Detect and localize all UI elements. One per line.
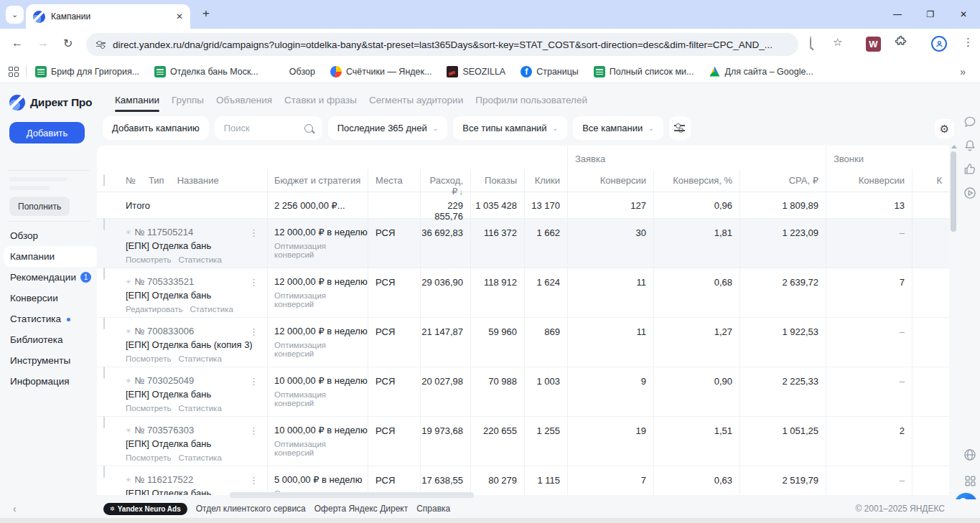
browser-tab[interactable]: Кампании ✕ xyxy=(26,4,190,29)
topup-button[interactable]: Пополнить xyxy=(9,197,70,216)
profile-avatar[interactable] xyxy=(931,36,947,52)
add-button[interactable]: Добавить xyxy=(9,122,85,143)
site-settings-icon[interactable] xyxy=(96,42,106,47)
browser-menu-icon[interactable]: ⋮ xyxy=(963,36,974,49)
row-menu-icon[interactable]: ⋮ xyxy=(249,376,258,387)
table-row[interactable]: ✳№ 703576303⋮[ЕПК] Отделка баньПосмотрет… xyxy=(97,417,949,466)
back-button[interactable]: ← xyxy=(11,37,23,50)
tab-группы[interactable]: Группы xyxy=(172,95,204,105)
restore-button[interactable]: ❐ xyxy=(914,0,947,29)
url-bar[interactable]: direct.yandex.ru/dna/grid/campaigns?ulog… xyxy=(86,33,798,56)
footer-link-client-service[interactable]: Отдел клиентского сервиса xyxy=(196,504,306,514)
filter-settings-button[interactable] xyxy=(669,116,691,140)
add-campaign-button[interactable]: Добавить кампанию xyxy=(103,116,209,140)
sidebar-item-библиотека[interactable]: Библиотека xyxy=(0,329,97,350)
close-button[interactable]: ✕ xyxy=(947,0,980,29)
bookmarks-overflow-chevron[interactable]: » xyxy=(960,66,966,77)
date-range-dropdown[interactable]: Последние 365 дней ⌄ xyxy=(328,116,448,140)
apps-grid-icon[interactable] xyxy=(9,67,19,77)
vertical-scrollbar[interactable] xyxy=(951,151,956,232)
campaign-name[interactable]: [ЕПК] Отделка бань (копия 3) xyxy=(126,339,267,350)
tab-search-button[interactable]: ⌄ xyxy=(6,6,24,24)
sidebar-item-рекомендации[interactable]: Рекомендации1 xyxy=(0,267,97,288)
row-menu-icon[interactable]: ⋮ xyxy=(249,277,258,288)
sidebar-item-кампании[interactable]: Кампании xyxy=(4,246,99,267)
row-menu-icon[interactable]: ⋮ xyxy=(249,475,258,486)
bookmark-item[interactable]: Обзор xyxy=(274,66,315,77)
new-tab-button[interactable]: + xyxy=(202,6,210,21)
bookmark-item[interactable]: SEOZILLA xyxy=(447,66,505,77)
campaign-name[interactable]: [ЕПК] Отделка бань xyxy=(126,389,267,400)
bookmark-item[interactable]: Отделка бань Моск... xyxy=(154,66,258,77)
bookmark-item[interactable]: fСтраницы xyxy=(521,66,579,77)
row-menu-icon[interactable]: ⋮ xyxy=(249,425,258,436)
row-checkbox[interactable] xyxy=(103,268,105,280)
row-action-link[interactable]: Статистика xyxy=(190,305,233,314)
row-action-link[interactable]: Посмотреть xyxy=(126,354,171,363)
row-checkbox[interactable] xyxy=(103,317,105,329)
table-row[interactable]: ✳№ 116217522⋮[ЕПК] Отделка бань5 000,00 … xyxy=(97,466,949,495)
yandex-neuro-ads-badge[interactable]: ✲ Yandex Neuro Ads xyxy=(103,503,187,515)
table-row[interactable]: ✳№ 117505214⋮[ЕПК] Отделка баньПосмотрет… xyxy=(97,219,949,268)
bookmark-item[interactable]: Счётчики — Яндек... xyxy=(330,66,432,77)
sidebar-collapse-chevron[interactable]: ‹ xyxy=(13,503,17,514)
sidebar-item-инструменты[interactable]: Инструменты xyxy=(0,350,97,371)
play-tutorial-icon[interactable] xyxy=(963,186,977,200)
row-checkbox[interactable] xyxy=(103,218,105,230)
sidebar-item-информация[interactable]: Информация xyxy=(0,371,97,392)
campaign-name[interactable]: [ЕПК] Отделка бань xyxy=(126,240,267,251)
sidebar-item-статистика[interactable]: Статистика xyxy=(0,308,97,329)
table-row[interactable]: ✳№ 705333521⋮[ЕПК] Отделка баньРедактиро… xyxy=(97,268,949,318)
bookmark-item[interactable]: Бриф для Григория... xyxy=(35,66,139,77)
extensions-puzzle-icon[interactable] xyxy=(895,35,907,50)
reload-button[interactable]: ↻ xyxy=(63,37,73,50)
tab-close-icon[interactable]: ✕ xyxy=(176,11,183,22)
row-menu-icon[interactable]: ⋮ xyxy=(249,326,258,337)
bookmark-star-icon[interactable]: ☆ xyxy=(833,36,842,49)
tab-объявления[interactable]: Объявления xyxy=(216,95,272,105)
thumbs-up-icon[interactable] xyxy=(963,162,977,176)
row-menu-icon[interactable]: ⋮ xyxy=(249,227,258,238)
tab-кампании[interactable]: Кампании xyxy=(115,95,159,105)
row-action-link[interactable]: Статистика xyxy=(178,453,221,462)
scrollbar-up-arrow[interactable] xyxy=(951,145,957,149)
minimize-button[interactable]: — xyxy=(881,0,914,29)
row-action-link[interactable]: Статистика xyxy=(178,255,221,264)
tab-ставки-и-фразы[interactable]: Ставки и фразы xyxy=(284,95,357,105)
tab-профили-пользователей[interactable]: Профили пользователей xyxy=(475,95,587,105)
forward-button[interactable]: → xyxy=(37,37,49,50)
row-checkbox[interactable] xyxy=(103,367,105,379)
row-checkbox[interactable] xyxy=(103,466,105,478)
w-extension-icon[interactable]: W xyxy=(866,37,881,52)
notifications-bell-icon[interactable] xyxy=(963,138,977,153)
tab-сегменты-аудитории[interactable]: Сегменты аудитории xyxy=(369,95,463,105)
campaign-types-dropdown[interactable]: Все типы кампаний ⌄ xyxy=(453,116,567,140)
campaign-name[interactable]: [ЕПК] Отделка бань xyxy=(126,290,267,301)
row-action-link[interactable]: Статистика xyxy=(178,354,221,363)
zoom-search-icon[interactable] xyxy=(810,37,811,50)
row-action-link[interactable]: Посмотреть xyxy=(126,255,171,264)
row-action-link[interactable]: Посмотреть xyxy=(126,453,171,462)
campaign-name[interactable]: [ЕПК] Отделка бань xyxy=(126,438,267,449)
table-settings-gear-button[interactable]: ⚙ xyxy=(935,119,954,138)
sidebar-item-конверсии[interactable]: Конверсии xyxy=(0,288,97,308)
chat-icon[interactable] xyxy=(963,115,977,129)
row-action-link[interactable]: Редактировать xyxy=(126,305,182,314)
services-grid-icon[interactable] xyxy=(963,474,977,491)
globe-icon[interactable] xyxy=(963,448,977,465)
footer-link-offer[interactable]: Оферта Яндекс Директ xyxy=(314,504,408,514)
horizontal-scrollbar[interactable] xyxy=(230,492,474,498)
table-row[interactable]: ✳№ 703025049⋮[ЕПК] Отделка баньПосмотрет… xyxy=(97,367,949,417)
table-row[interactable]: ✳№ 700833006⋮[ЕПК] Отделка бань (копия 3… xyxy=(97,318,949,367)
footer-link-help[interactable]: Справка xyxy=(416,504,450,514)
direct-pro-logo[interactable]: Директ Про xyxy=(9,95,92,110)
campaigns-filter-dropdown[interactable]: Все кампании ⌄ xyxy=(573,116,663,140)
bookmark-item[interactable]: Для сайта – Google... xyxy=(709,66,813,77)
sidebar-item-обзор[interactable]: Обзор xyxy=(0,225,97,246)
bookmark-item[interactable]: Полный список ми... xyxy=(594,66,694,77)
select-all-checkbox[interactable] xyxy=(103,174,105,187)
row-action-link[interactable]: Статистика xyxy=(178,404,221,413)
row-checkbox[interactable] xyxy=(103,416,105,428)
search-input[interactable]: Поиск xyxy=(215,116,322,140)
row-action-link[interactable]: Посмотреть xyxy=(126,404,171,413)
